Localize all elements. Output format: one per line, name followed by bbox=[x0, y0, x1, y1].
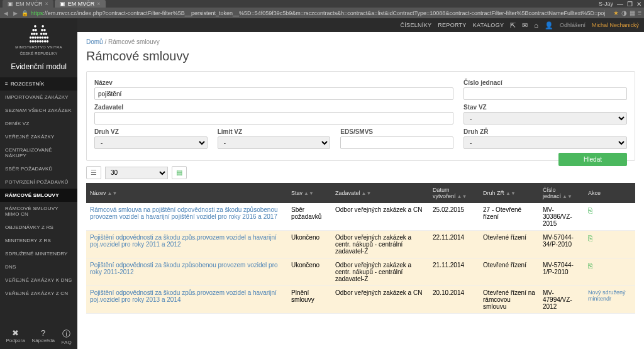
cell-nazev[interactable]: Rámcová smlouva na pojištění odpovědnost… bbox=[86, 203, 287, 231]
close-icon[interactable]: × bbox=[45, 1, 48, 7]
stavvz-label: Stav VZ bbox=[464, 104, 627, 111]
star-icon[interactable]: ★ bbox=[613, 9, 619, 16]
ministry-name: MINISTERSTVO VNITRA bbox=[3, 45, 75, 50]
search-button[interactable]: Hledat bbox=[558, 153, 627, 166]
cell-zadavatel: Odbor veřejných zakázek a centr. nákupů … bbox=[331, 258, 429, 286]
url-field[interactable]: https://em.mvcr.cz/index.php?contract-co… bbox=[31, 10, 611, 16]
th-stav[interactable]: Stav▲▼ bbox=[287, 183, 331, 203]
sidebar-item[interactable]: OBJEDNÁVKY Z RS bbox=[0, 221, 77, 234]
tab-favicon: ▣ bbox=[60, 1, 65, 7]
results-table: Název▲▼ Stav▲▼ Zadavatel▲▼ Datum vytvoře… bbox=[86, 183, 635, 314]
th-datum[interactable]: Datum vytvoření▲▼ bbox=[429, 183, 479, 203]
cell-datum: 25.02.2015 bbox=[429, 203, 479, 231]
help-icon: ? bbox=[31, 328, 54, 338]
sidebar-item[interactable]: SDRUŽENÉ MINITENDRY bbox=[0, 247, 77, 260]
help-button[interactable]: ?Nápověda bbox=[31, 328, 54, 345]
action-link[interactable]: Nový sdružený minitendr bbox=[588, 289, 631, 302]
cell-zadavatel: Odbor veřejných zakázek a CN bbox=[331, 286, 429, 314]
faq-button[interactable]: ⓘFAQ bbox=[62, 328, 72, 345]
lock-icon: 🔒 bbox=[21, 10, 28, 16]
share-icon[interactable]: ⇱ bbox=[510, 21, 516, 30]
sort-icon: ▲▼ bbox=[108, 191, 118, 196]
browser-tab[interactable]: ▣ EM MVČR × bbox=[3, 0, 53, 8]
sidebar-menu: ≡ Rozcestník IMPORTOVANÉ ZAKÁZKY SEZNAM … bbox=[0, 77, 77, 300]
breadcrumb: Domů / Rámcové smlouvy bbox=[86, 38, 635, 45]
sort-icon: ▲▼ bbox=[362, 191, 372, 196]
zadavatel-label: Zadavatel bbox=[94, 104, 453, 111]
topbar-link[interactable]: ČÍSELNÍKY bbox=[401, 22, 432, 28]
breadcrumb-home[interactable]: Domů bbox=[86, 38, 103, 45]
app-title: Evidenční modul bbox=[0, 60, 77, 77]
menu-icon[interactable]: ≡ bbox=[638, 9, 641, 16]
cislo-label: Číslo jednací bbox=[464, 79, 627, 86]
logout-link[interactable]: Michal Nechanický bbox=[592, 22, 639, 28]
nazev-input[interactable] bbox=[94, 87, 453, 100]
sidebar-item[interactable]: SEZNAM VŠECH ZAKÁZEK bbox=[0, 104, 77, 117]
eds-input[interactable] bbox=[340, 136, 453, 149]
window-minimize-icon[interactable]: — bbox=[617, 1, 623, 8]
druhvz-select[interactable]: - bbox=[94, 136, 208, 149]
sidebar-item[interactable]: MINITENDRY Z RS bbox=[0, 234, 77, 247]
page-size-select[interactable]: 30 bbox=[105, 167, 168, 179]
sidebar-item-selected[interactable]: RÁMCOVÉ SMLOUVY bbox=[0, 189, 77, 202]
cell-cj: MV-47994/VZ-2012 bbox=[539, 286, 584, 314]
browser-user[interactable]: S-Jay bbox=[599, 1, 613, 7]
cell-datum: 20.10.2014 bbox=[429, 286, 479, 314]
filter-panel: Název Číslo jednací Zadavatel Stav VZ bbox=[86, 71, 635, 161]
copy-icon[interactable]: ⎘ bbox=[588, 262, 592, 270]
cislo-input[interactable] bbox=[464, 87, 627, 100]
th-zadavatel[interactable]: Zadavatel▲▼ bbox=[331, 183, 429, 203]
export-icon: ▤ bbox=[176, 169, 182, 176]
cell-datum: 22.11.2014 bbox=[429, 231, 479, 258]
back-icon[interactable]: ◄ bbox=[3, 9, 9, 17]
window-maximize-icon[interactable]: ❐ bbox=[627, 1, 633, 8]
topbar-link[interactable]: KATALOGY bbox=[473, 22, 504, 28]
cell-nazev[interactable]: Pojištění odpovědnosti za škodu způs.pro… bbox=[86, 231, 287, 258]
th-druhzr[interactable]: Druh ZŘ▲▼ bbox=[479, 183, 539, 203]
zadavatel-input[interactable] bbox=[94, 112, 453, 125]
sidebar: ● ●●● ●●●●● ●●●●●●●●●●●●●●●●●●● MINISTER… bbox=[0, 18, 77, 349]
list-icon: ☰ bbox=[91, 169, 97, 176]
stavvz-select[interactable]: - bbox=[464, 112, 627, 125]
support-button[interactable]: ✖Podpora bbox=[6, 328, 25, 345]
list-view-button[interactable]: ☰ bbox=[86, 166, 101, 179]
table-header-row: Název▲▼ Stav▲▼ Zadavatel▲▼ Datum vytvoře… bbox=[86, 183, 635, 203]
sidebar-item[interactable]: IMPORTOVANÉ ZAKÁZKY bbox=[0, 91, 77, 104]
extension-icon[interactable]: ▦ bbox=[630, 9, 635, 16]
cell-akce: ⎘ bbox=[584, 203, 635, 231]
th-nazev[interactable]: Název▲▼ bbox=[86, 183, 287, 203]
window-close-icon[interactable]: ✕ bbox=[636, 1, 641, 8]
support-icon: ✖ bbox=[6, 328, 25, 338]
copy-icon[interactable]: ⎘ bbox=[588, 206, 592, 215]
topbar-link[interactable]: REPORTY bbox=[438, 22, 466, 28]
mail-icon[interactable]: ✉ bbox=[522, 21, 528, 30]
sidebar-item[interactable]: CENTRALIZOVANÉ NÁKUPY bbox=[0, 143, 77, 162]
copy-icon[interactable]: ⎘ bbox=[588, 234, 592, 243]
sidebar-item[interactable]: RÁMCOVÉ SMLOUVY MIMO CN bbox=[0, 202, 77, 221]
sort-icon: ▲▼ bbox=[457, 194, 467, 199]
cell-nazev[interactable]: Pojištění odpovědnosti za škodu způs.pro… bbox=[86, 286, 287, 314]
export-button[interactable]: ▤ bbox=[172, 166, 187, 179]
forward-icon[interactable]: ► bbox=[12, 9, 19, 17]
cell-cj: MV-30386/VZ-2015 bbox=[539, 203, 584, 231]
sidebar-section[interactable]: ≡ Rozcestník bbox=[0, 77, 77, 91]
cell-nazev[interactable]: Pojištění odpovědnosti za škodu způsoben… bbox=[86, 258, 287, 286]
table-row: Pojištění odpovědnosti za škodu způs.pro… bbox=[86, 231, 635, 258]
druhzr-select[interactable]: - bbox=[464, 136, 627, 149]
sidebar-item[interactable]: DNS bbox=[0, 260, 77, 274]
sidebar-item[interactable]: VEŘEJNÉ ZAKÁZKY Z CN bbox=[0, 287, 77, 300]
browser-tab[interactable]: ▣ EM MVČR × bbox=[55, 0, 106, 8]
limitvz-select[interactable]: - bbox=[218, 136, 331, 149]
home-icon[interactable]: ⌂ bbox=[534, 21, 538, 29]
close-icon[interactable]: × bbox=[97, 1, 100, 7]
sidebar-footer: ✖Podpora ?Nápověda ⓘFAQ bbox=[0, 324, 77, 349]
sidebar-item[interactable]: VEŘEJNÉ ZAKÁZKY K DNS bbox=[0, 274, 77, 287]
extension-icon[interactable]: ◑ bbox=[621, 9, 627, 16]
sidebar-item[interactable]: SBĚR POŽADAVKŮ bbox=[0, 162, 77, 175]
sidebar-item[interactable]: DENÍK VZ bbox=[0, 117, 77, 130]
sidebar-item[interactable]: VEŘEJNÉ ZAKÁZKY bbox=[0, 130, 77, 143]
sidebar-item[interactable]: POTVRZENÍ POŽADAVKŮ bbox=[0, 175, 77, 189]
tab-title: EM MVČR bbox=[68, 1, 95, 7]
logo: ● ●●● ●●●●● ●●●●●●●●●●●●●●●●●●● MINISTER… bbox=[0, 18, 77, 60]
th-cj[interactable]: Číslo jednací▲▼ bbox=[539, 183, 584, 203]
